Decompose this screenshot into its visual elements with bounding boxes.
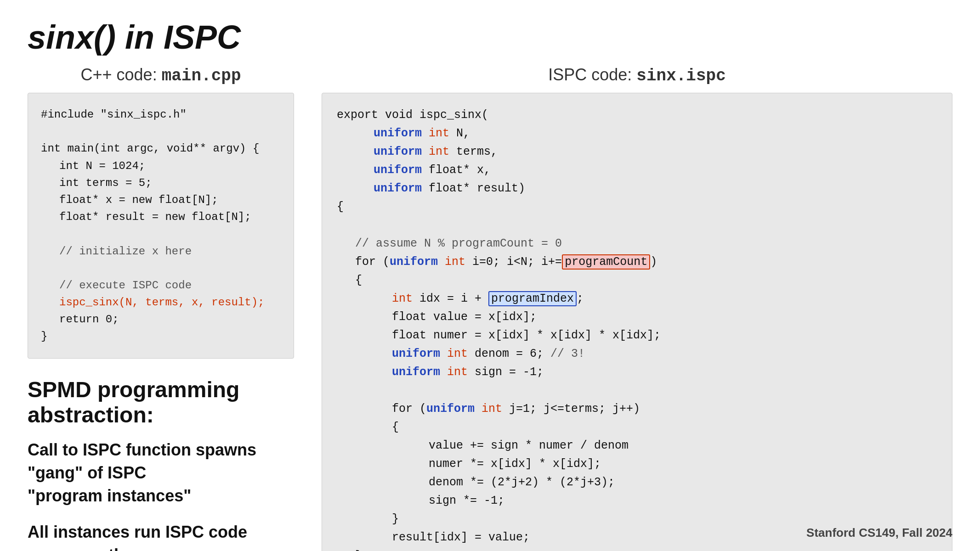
cpp-line-11: } xyxy=(41,328,281,345)
ispc-code-box: export void ispc_sinx( uniform int N, un… xyxy=(322,93,952,551)
ispc-line-4: uniform float* x, xyxy=(337,161,937,180)
ispc-filename: sinx.ispc xyxy=(636,67,725,85)
ispc-line-7: // assume N % programCount = 0 xyxy=(337,235,937,253)
ispc-line-8: for (uniform int i=0; i<N; i+=programCou… xyxy=(337,253,937,271)
cpp-line-10: return 0; xyxy=(41,311,281,328)
cpp-line-blank1 xyxy=(41,123,281,140)
cpp-line-4: int terms = 5; xyxy=(41,174,281,191)
ispc-line-14: uniform int sign = -1; xyxy=(337,363,937,382)
cpp-section-header: C++ code: main.cpp xyxy=(28,65,294,85)
ispc-line-blank1 xyxy=(337,216,937,235)
spmd-item-1: Call to ISPC function spawns "gang" of I… xyxy=(28,439,294,508)
cpp-header-label: C++ code: xyxy=(81,65,157,84)
page-title: sinx() in ISPC xyxy=(0,0,980,65)
ispc-line-11: float value = x[idx]; xyxy=(337,308,937,326)
right-panel: ISPC code: sinx.ispc export void ispc_si… xyxy=(322,65,952,551)
ispc-line-10: int idx = i + programIndex; xyxy=(337,290,937,308)
ispc-section-header: ISPC code: sinx.ispc xyxy=(322,65,952,85)
cpp-code-box: #include "sinx_ispc.h" int main(int argc… xyxy=(28,93,294,359)
ispc-line-20: sign *= -1; xyxy=(337,492,937,510)
cpp-line-blank2 xyxy=(41,225,281,242)
ispc-line-2: uniform int N, xyxy=(337,124,937,143)
ispc-line-17: value += sign * numer / denom xyxy=(337,437,937,455)
ispc-line-blank2 xyxy=(337,382,937,400)
left-panel: C++ code: main.cpp #include "sinx_ispc.h… xyxy=(28,65,294,551)
ispc-line-5: uniform float* result) xyxy=(337,180,937,198)
ispc-line-3: uniform int terms, xyxy=(337,143,937,161)
ispc-line-16: { xyxy=(337,418,937,437)
cpp-line-3: int N = 1024; xyxy=(41,157,281,174)
ispc-line-19: denom *= (2*j+2) * (2*j+3); xyxy=(337,473,937,492)
footer: Stanford CS149, Fall 2024 xyxy=(806,526,952,540)
ispc-line-12: float numer = x[idx] * x[idx] * x[idx]; xyxy=(337,326,937,345)
cpp-line-8: // execute ISPC code xyxy=(41,277,281,294)
cpp-line-6: float* result = new float[N]; xyxy=(41,208,281,225)
cpp-line-1: #include "sinx_ispc.h" xyxy=(41,106,281,123)
ispc-header-label: ISPC code: xyxy=(548,65,632,84)
cpp-line-7: // initialize x here xyxy=(41,243,281,260)
ispc-line-13: uniform int denom = 6; // 3! xyxy=(337,345,937,363)
cpp-line-2: int main(int argc, void** argv) { xyxy=(41,140,281,157)
ispc-line-1: export void ispc_sinx( xyxy=(337,106,937,124)
ispc-line-6: { xyxy=(337,198,937,216)
cpp-filename: main.cpp xyxy=(162,67,241,85)
cpp-line-5: float* x = new float[N]; xyxy=(41,191,281,208)
ispc-line-15: for (uniform int j=1; j<=terms; j++) xyxy=(337,400,937,418)
cpp-line-9: ispc_sinx(N, terms, x, result); xyxy=(41,294,281,311)
ispc-line-9: { xyxy=(337,271,937,290)
cpp-line-blank3 xyxy=(41,260,281,277)
spmd-item-2: All instances run ISPC code concurrently xyxy=(28,521,294,551)
spmd-title: SPMD programming abstraction: xyxy=(28,377,294,427)
spmd-section: SPMD programming abstraction: Call to IS… xyxy=(28,377,294,551)
ispc-line-18: numer *= x[idx] * x[idx]; xyxy=(337,455,937,473)
ispc-line-23: } xyxy=(337,547,937,551)
